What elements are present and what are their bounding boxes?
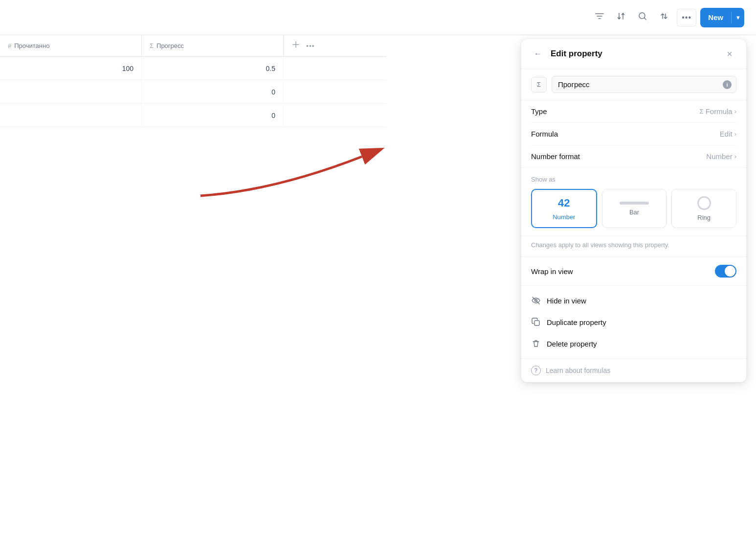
- show-as-label: Show as: [531, 176, 736, 183]
- panel-back-button[interactable]: ←: [531, 47, 545, 61]
- changes-note: Changes apply to all views showing this …: [521, 236, 746, 257]
- bar-visual: [620, 202, 649, 205]
- wrap-toggle[interactable]: [715, 265, 736, 278]
- table-row: 0: [0, 104, 386, 127]
- panel-close-button[interactable]: ×: [723, 47, 736, 61]
- formula-value-text: Edit: [720, 130, 733, 138]
- panel-title: Edit property: [551, 49, 717, 59]
- col-header-2[interactable]: Σ Прогресс: [142, 35, 284, 56]
- trash-icon: [531, 339, 541, 348]
- show-as-section: Show as 42 Number Bar Ring: [521, 168, 746, 236]
- wrap-label: Wrap in view: [531, 267, 573, 276]
- delete-property-label: Delete property: [547, 340, 597, 348]
- more-options-button[interactable]: •••: [677, 9, 696, 26]
- number-option-label: Number: [553, 213, 575, 221]
- table-row: 100 0.5: [0, 57, 386, 80]
- col-more-icon[interactable]: •••: [306, 42, 315, 50]
- close-icon: ×: [727, 48, 733, 60]
- duplicate-property-item[interactable]: Duplicate property: [521, 311, 746, 333]
- new-button-caret: ▾: [732, 8, 744, 27]
- cell-2-2: 0: [142, 80, 284, 103]
- duplicate-property-label: Duplicate property: [547, 318, 606, 326]
- toolbar: ••• New ▾: [0, 0, 756, 35]
- filter-icon: [595, 11, 604, 23]
- number-format-chevron-icon: ›: [734, 153, 736, 160]
- hide-icon: [531, 296, 541, 305]
- panel-type-icon: Σ: [531, 77, 547, 93]
- cell-1-2: 0.5: [142, 57, 284, 80]
- hide-in-view-label: Hide in view: [547, 297, 586, 305]
- number-format-row[interactable]: Number format Number ›: [531, 145, 736, 167]
- new-button-label: New: [700, 8, 731, 27]
- number-display-value: 42: [558, 197, 570, 209]
- col-header-1: # Прочитанно: [0, 35, 142, 56]
- col1-label: Прочитанно: [14, 42, 49, 49]
- cell-3-2: 0: [142, 104, 284, 127]
- search-icon: [638, 11, 647, 23]
- info-icon: i: [723, 80, 732, 89]
- type-value-text: Formula: [706, 107, 733, 116]
- hide-in-view-item[interactable]: Hide in view: [521, 290, 746, 311]
- show-as-number-option[interactable]: 42 Number: [531, 189, 597, 228]
- type-row[interactable]: Type Σ Formula ›: [531, 100, 736, 123]
- help-link[interactable]: Learn about formulas: [546, 367, 610, 374]
- formula-type-icon: Σ: [700, 108, 704, 115]
- new-button[interactable]: New ▾: [700, 8, 744, 27]
- table-area: # Прочитанно Σ Прогресс ••• 100 0.5: [0, 35, 386, 556]
- panel-footer: ? Learn about formulas: [521, 359, 746, 382]
- table-row: 0: [0, 80, 386, 104]
- sort-button[interactable]: [612, 9, 630, 26]
- sigma-icon: Σ: [537, 81, 541, 88]
- bar-option-label: Bar: [629, 208, 639, 216]
- ring-option-label: Ring: [697, 214, 711, 221]
- formula-value: Edit ›: [720, 130, 736, 138]
- formula-label: Formula: [531, 130, 558, 138]
- panel-name-row: Σ i: [521, 69, 746, 100]
- col-header-actions: •••: [284, 40, 323, 51]
- ring-visual: [697, 196, 711, 210]
- col2-icon: Σ: [150, 42, 154, 49]
- duplicate-icon: [531, 317, 541, 327]
- show-as-bar-option[interactable]: Bar: [602, 189, 667, 228]
- action-items: Hide in view Duplicate property Delete p…: [521, 286, 746, 359]
- formula-chevron-icon: ›: [734, 130, 736, 138]
- add-column-icon[interactable]: [291, 40, 300, 51]
- panel-header: ← Edit property ×: [521, 39, 746, 69]
- cell-3-1: [0, 104, 142, 127]
- number-format-value: Number ›: [706, 152, 736, 161]
- number-format-label: Number format: [531, 152, 580, 161]
- number-format-value-text: Number: [706, 152, 732, 161]
- svg-rect-9: [534, 321, 539, 325]
- help-icon: ?: [531, 366, 541, 375]
- type-label: Type: [531, 107, 547, 116]
- wrap-in-view-row: Wrap in view: [521, 257, 746, 286]
- cell-2-1: [0, 80, 142, 103]
- filter-button[interactable]: [591, 9, 608, 26]
- transform-button[interactable]: [655, 9, 673, 26]
- cell-1-1: 100: [0, 57, 142, 80]
- more-icon: •••: [682, 13, 691, 22]
- type-value: Σ Formula ›: [700, 107, 736, 116]
- show-as-options: 42 Number Bar Ring: [531, 189, 736, 228]
- name-input-wrapper: i: [552, 76, 736, 93]
- show-as-ring-option[interactable]: Ring: [671, 189, 736, 228]
- panel-properties-section: Type Σ Formula › Formula Edit › Number f…: [521, 100, 746, 168]
- col2-label: Прогресс: [156, 42, 184, 49]
- transform-icon: [659, 11, 669, 23]
- property-name-input[interactable]: [552, 76, 736, 93]
- col1-icon: #: [8, 42, 11, 49]
- formula-row[interactable]: Formula Edit ›: [531, 123, 736, 145]
- type-chevron-icon: ›: [734, 108, 736, 115]
- table-header: # Прочитанно Σ Прогресс •••: [0, 35, 386, 57]
- search-button[interactable]: [634, 9, 651, 26]
- sort-icon: [616, 11, 626, 23]
- toggle-thumb: [725, 266, 735, 277]
- back-icon: ←: [534, 49, 542, 58]
- edit-panel: ← Edit property × Σ i Type Σ Formula ›: [521, 39, 746, 382]
- delete-property-item[interactable]: Delete property: [521, 333, 746, 354]
